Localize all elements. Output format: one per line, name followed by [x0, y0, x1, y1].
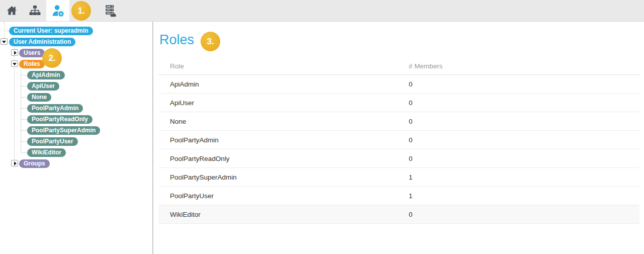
member-count-cell: 0: [409, 211, 639, 218]
roles-table: Role # Members ApiAdmin 0 ApiUser 0 None…: [158, 57, 639, 224]
tree-connector-line: [21, 75, 27, 75]
member-count-cell: 0: [409, 80, 639, 88]
top-toolbar: 1.: [0, 0, 644, 22]
role-pill[interactable]: PoolPartyAdmin: [27, 104, 83, 113]
table-row[interactable]: PoolPartyUser 1: [158, 187, 639, 205]
table-row[interactable]: ApiAdmin 0: [158, 75, 639, 94]
sitemap-icon: [29, 5, 41, 17]
user-administration-button[interactable]: [46, 0, 69, 21]
role-pill[interactable]: ApiAdmin: [27, 71, 65, 79]
sidebar-item-role-poolpartysuperadmin: PoolPartySuperAdmin: [27, 125, 100, 136]
expander-expand-icon[interactable]: [11, 160, 18, 166]
step-badge-3: 3.: [201, 32, 220, 51]
tree-connector-line: [21, 119, 27, 120]
sidebar-item-role-wikieditor: WikiEditor: [27, 147, 66, 158]
sidebar-item-role-apiadmin: ApiAdmin: [27, 69, 65, 80]
column-header-role: Role: [158, 62, 409, 70]
groups-pill[interactable]: Groups: [19, 159, 50, 168]
role-name-cell: PoolPartyReadOnly: [158, 155, 409, 162]
step-badge-1: 1.: [71, 1, 91, 21]
step-badge-2: 2.: [42, 48, 62, 68]
table-row[interactable]: PoolPartyAdmin 0: [158, 131, 639, 149]
tree-connector-line: [21, 152, 27, 153]
tree-connector-line: [4, 31, 9, 31]
server-button[interactable]: [98, 0, 121, 21]
role-pill[interactable]: None: [27, 93, 51, 102]
content-area: Current User: superadmin User Administra…: [0, 22, 644, 254]
sidebar-item-user-administration: User Administration: [9, 36, 75, 47]
table-row[interactable]: WikiEditor 0: [158, 205, 639, 224]
expander-expand-icon[interactable]: [11, 49, 18, 56]
current-user-pill[interactable]: Current User: superadmin: [9, 27, 93, 35]
sidebar-item-role-apiuser: ApiUser: [27, 80, 59, 92]
tree-connector-line: [21, 108, 27, 109]
sidebar-item-role-poolpartyadmin: PoolPartyAdmin: [27, 103, 83, 114]
expander-collapse-icon[interactable]: [11, 60, 18, 67]
table-header-row: Role # Members: [158, 57, 639, 75]
tree-connector-line: [21, 69, 21, 152]
role-name-cell: PoolPartyAdmin: [158, 136, 409, 144]
hierarchy-button[interactable]: [23, 0, 46, 21]
role-name-cell: WikiEditor: [158, 211, 409, 218]
table-row[interactable]: PoolPartyReadOnly 0: [158, 149, 639, 168]
table-row[interactable]: None 0: [158, 112, 639, 131]
role-name-cell: None: [158, 118, 409, 125]
tree-connector-line: [21, 141, 27, 142]
role-pill[interactable]: PoolPartyReadOnly: [27, 115, 93, 124]
sidebar-item-users: Users: [19, 47, 45, 58]
column-header-members: # Members: [409, 62, 639, 70]
sidebar-item-role-none: None: [27, 92, 51, 103]
tree-connector-line: [21, 86, 27, 87]
member-count-cell: 1: [409, 192, 639, 200]
user-gear-icon: [51, 4, 65, 18]
users-pill[interactable]: Users: [19, 49, 45, 57]
tree-connector-line: [4, 22, 5, 38]
tree-connector-line: [21, 97, 27, 98]
sidebar-item-role-poolpartyreadonly: PoolPartyReadOnly: [27, 114, 93, 125]
member-count-cell: 0: [409, 118, 639, 125]
role-pill[interactable]: ApiUser: [27, 82, 59, 91]
tree-connector-line: [21, 130, 27, 131]
page-heading: Roles 3.: [159, 30, 644, 50]
member-count-cell: 1: [409, 174, 639, 181]
table-row[interactable]: ApiUser 0: [158, 94, 639, 112]
user-administration-pill[interactable]: User Administration: [9, 38, 75, 46]
server-cloud-icon: [103, 4, 117, 18]
role-name-cell: PoolPartySuperAdmin: [158, 174, 409, 181]
home-button[interactable]: [0, 0, 23, 21]
page-title: Roles: [159, 32, 194, 48]
roles-panel: Roles 3. Role # Members ApiAdmin 0 ApiUs…: [153, 22, 644, 254]
role-pill[interactable]: PoolPartyUser: [27, 137, 78, 146]
roles-pill[interactable]: Roles: [19, 60, 45, 68]
member-count-cell: 0: [409, 136, 639, 144]
member-count-cell: 0: [409, 155, 639, 162]
member-count-cell: 0: [409, 99, 639, 107]
role-pill[interactable]: PoolPartySuperAdmin: [27, 126, 100, 135]
home-icon: [6, 5, 18, 17]
sidebar-item-current-user: Current User: superadmin: [9, 25, 93, 36]
sidebar-item-role-poolpartyuser: PoolPartyUser: [27, 136, 78, 147]
sidebar-item-groups: Groups: [19, 158, 50, 169]
sidebar-item-roles: Roles: [19, 58, 45, 69]
role-name-cell: PoolPartyUser: [158, 192, 409, 200]
table-row[interactable]: PoolPartySuperAdmin 1: [158, 168, 639, 187]
navigation-tree-panel: Current User: superadmin User Administra…: [0, 22, 153, 254]
role-name-cell: ApiUser: [158, 99, 409, 107]
role-name-cell: ApiAdmin: [158, 80, 409, 88]
role-pill[interactable]: WikiEditor: [27, 148, 66, 157]
expander-collapse-icon[interactable]: [1, 38, 8, 45]
